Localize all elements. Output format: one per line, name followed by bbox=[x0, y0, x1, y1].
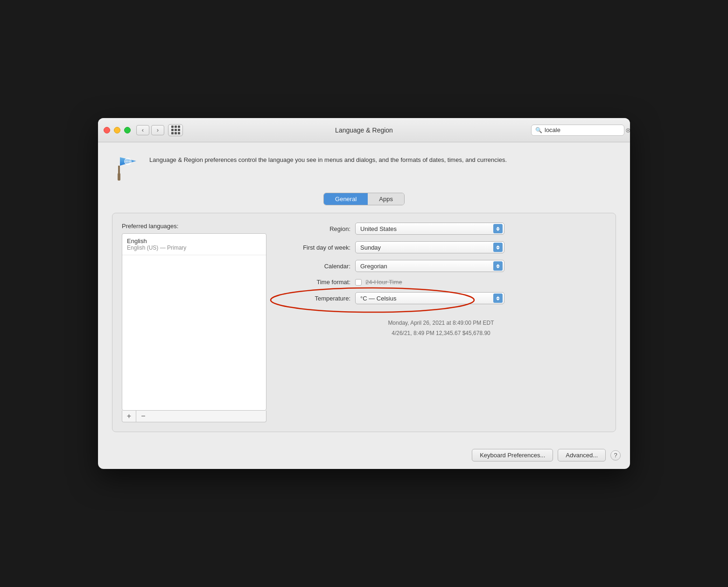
maximize-button[interactable] bbox=[124, 127, 131, 133]
temperature-row: Temperature: °C — Celsius °F — Fahrenhei… bbox=[276, 292, 606, 304]
main-window: ‹ › Language & Region 🔍 ⊗ bbox=[98, 118, 630, 469]
tabs-container: General Apps bbox=[112, 193, 616, 205]
preferred-languages-label: Preferred languages: bbox=[122, 223, 266, 230]
remove-language-button[interactable]: − bbox=[136, 411, 150, 422]
grid-view-button[interactable] bbox=[168, 124, 183, 136]
header-section: Language & Region preferences control th… bbox=[112, 152, 616, 183]
search-icon: 🔍 bbox=[535, 127, 542, 133]
calendar-label: Calendar: bbox=[276, 263, 350, 270]
time-format-row: Time format: 24-Hour Time bbox=[276, 279, 606, 286]
grid-icon bbox=[171, 126, 180, 134]
forward-icon: › bbox=[157, 126, 159, 133]
language-list: English English (US) — Primary bbox=[122, 233, 266, 411]
region-row: Region: United States United Kingdom Can… bbox=[276, 223, 606, 235]
main-panel: Preferred languages: English English (US… bbox=[112, 213, 616, 432]
first-day-select[interactable]: Sunday Monday Saturday bbox=[355, 241, 504, 253]
close-button[interactable] bbox=[104, 127, 110, 133]
list-item[interactable]: English English (US) — Primary bbox=[122, 234, 266, 255]
temperature-select-wrapper: °C — Celsius °F — Fahrenheit bbox=[355, 292, 504, 304]
svg-rect-1 bbox=[118, 166, 120, 174]
first-day-select-wrapper: Sunday Monday Saturday bbox=[355, 241, 504, 253]
keyboard-preferences-button[interactable]: Keyboard Preferences... bbox=[472, 449, 553, 461]
temperature-row-container: Temperature: °C — Celsius °F — Fahrenhei… bbox=[276, 292, 606, 304]
first-day-label: First day of week: bbox=[276, 244, 350, 251]
pref-icon bbox=[112, 152, 142, 183]
back-button[interactable]: ‹ bbox=[136, 125, 149, 135]
search-input[interactable] bbox=[545, 126, 623, 133]
region-select-wrapper: United States United Kingdom Canada Aust… bbox=[355, 223, 504, 235]
calendar-row: Calendar: Gregorian Buddhist Chinese Heb… bbox=[276, 260, 606, 272]
forward-button[interactable]: › bbox=[151, 125, 164, 135]
region-select[interactable]: United States United Kingdom Canada Aust… bbox=[355, 223, 504, 235]
time-format-option: 24-Hour Time bbox=[365, 279, 402, 286]
titlebar: ‹ › Language & Region 🔍 ⊗ bbox=[98, 118, 630, 142]
time-format-checkbox-wrapper: 24-Hour Time bbox=[355, 279, 402, 286]
tab-apps[interactable]: Apps bbox=[368, 193, 404, 205]
bottom-bar: Keyboard Preferences... Advanced... ? bbox=[98, 441, 630, 469]
traffic-lights bbox=[104, 127, 131, 133]
help-button[interactable]: ? bbox=[610, 450, 621, 461]
tab-general[interactable]: General bbox=[324, 193, 368, 205]
calendar-select-wrapper: Gregorian Buddhist Chinese Hebrew bbox=[355, 260, 504, 272]
tab-group: General Apps bbox=[323, 193, 405, 205]
header-description: Language & Region preferences control th… bbox=[149, 152, 507, 165]
language-section: Preferred languages: English English (US… bbox=[122, 223, 266, 422]
first-day-row: First day of week: Sunday Monday Saturda… bbox=[276, 241, 606, 253]
list-controls: + − bbox=[122, 411, 266, 422]
clear-search-icon[interactable]: ⊗ bbox=[625, 126, 630, 134]
content-area: Language & Region preferences control th… bbox=[98, 142, 630, 441]
time-format-checkbox[interactable] bbox=[355, 279, 362, 286]
nav-buttons: ‹ › bbox=[136, 125, 164, 135]
settings-section: Region: United States United Kingdom Can… bbox=[276, 223, 606, 422]
minimize-button[interactable] bbox=[114, 127, 120, 133]
calendar-select[interactable]: Gregorian Buddhist Chinese Hebrew bbox=[355, 260, 504, 272]
window-title: Language & Region bbox=[335, 126, 393, 134]
language-name: English bbox=[127, 238, 261, 245]
temperature-label: Temperature: bbox=[276, 295, 350, 302]
time-format-label: Time format: bbox=[276, 279, 350, 286]
search-box: 🔍 ⊗ bbox=[531, 125, 624, 136]
advanced-button[interactable]: Advanced... bbox=[558, 449, 606, 461]
add-language-button[interactable]: + bbox=[122, 411, 136, 422]
language-subtext: English (US) — Primary bbox=[127, 245, 261, 251]
svg-rect-0 bbox=[118, 173, 120, 181]
preview-section: Monday, April 26, 2021 at 8:49:00 PM EDT… bbox=[276, 318, 606, 338]
region-label: Region: bbox=[276, 225, 350, 232]
back-icon: ‹ bbox=[142, 126, 144, 133]
temperature-select[interactable]: °C — Celsius °F — Fahrenheit bbox=[355, 292, 504, 304]
preview-line2: 4/26/21, 8:49 PM 12,345.67 $45,678.90 bbox=[276, 328, 606, 339]
preview-line1: Monday, April 26, 2021 at 8:49:00 PM EDT bbox=[276, 318, 606, 328]
